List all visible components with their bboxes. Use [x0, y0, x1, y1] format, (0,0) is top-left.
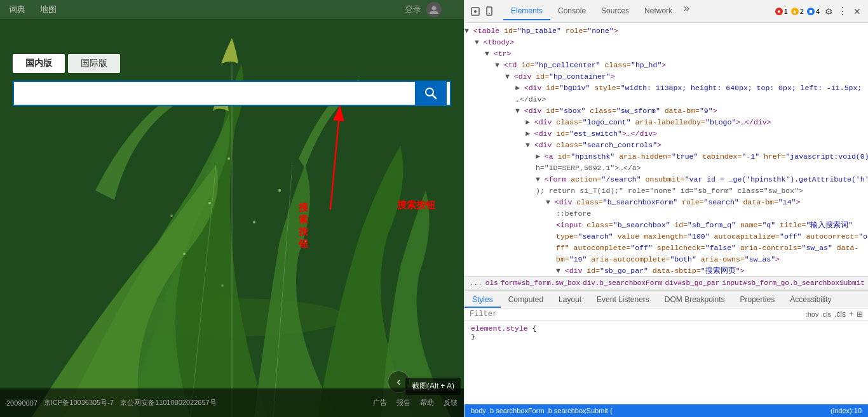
device-icon[interactable] [484, 6, 495, 17]
breadcrumb-input[interactable]: input#sb_form_go.b_searchboxSubmit [722, 279, 864, 287]
search-bar [13, 81, 451, 106]
bt-tab-accessibility[interactable]: Accessibility [782, 293, 839, 308]
cursor-icon [470, 6, 480, 17]
info-badge[interactable]: ■ 4 [807, 8, 820, 15]
error-badge[interactable]: ● 1 [775, 8, 788, 15]
error-count: 1 [784, 8, 788, 15]
html-line-16[interactable]: <input class="b_searchbox" id="sb_form_q… [465, 220, 868, 231]
expand-arrow-1[interactable]: ▼ [465, 27, 469, 35]
html-line-17[interactable]: ▼ <div id="sb_go_par" data-sbtip="搜索网页"> [465, 265, 868, 276]
close-icon[interactable]: ✕ [851, 6, 863, 17]
style-rule-close: } [471, 333, 862, 341]
settings-icon[interactable]: ⚙ [823, 6, 834, 17]
html-line-12[interactable]: ► <a id="hpinsthk" aria-hidden="true" ta… [465, 151, 868, 162]
svg-point-5 [208, 202, 211, 204]
search-button[interactable] [415, 82, 447, 105]
html-line-13b[interactable]: ); return si_T(id);" role="none" id="sb_… [465, 185, 868, 197]
html-line-16c[interactable]: ff" autocomplete="off" spellcheck="false… [465, 242, 868, 254]
cls-icon[interactable]: .cls [834, 310, 846, 319]
html-line-16d[interactable]: bm="19" aria-autocomplete="both" aria-ow… [465, 254, 868, 265]
login-area: 登录 [405, 2, 442, 17]
more-tabs-button[interactable]: » [680, 3, 693, 20]
bt-tab-event-listeners[interactable]: Event Listeners [589, 293, 657, 308]
footer-link-help[interactable]: 帮助 [420, 398, 434, 407]
search-icon [424, 87, 437, 100]
more-options-button[interactable]: ⋮ [837, 5, 848, 17]
html-line-12b[interactable]: h="ID=SERP,5092.1">…</a> [465, 162, 868, 174]
user-icon [429, 4, 439, 15]
html-line-16b[interactable]: type="search" value maxlength="100" auto… [465, 231, 868, 242]
tab-domestic[interactable]: 国内版 [13, 54, 65, 73]
tab-elements[interactable]: Elements [503, 3, 550, 20]
browser-page: 词典 地图 登录 国内版 国际版 ‹ 截图(Alt [0, 0, 464, 417]
html-line-9[interactable]: ► <div class="logo_cont" aria-labelledby… [465, 117, 868, 128]
status-bar: body .b searchboxForm .b searchboxSubmit… [465, 404, 868, 417]
footer-copyright: 20090007 [6, 399, 37, 407]
breadcrumb-div-b[interactable]: div.b_searchboxForm [583, 279, 662, 287]
bt-tab-dom-breakpoints[interactable]: DOM Breakpoints [657, 293, 733, 308]
info-count: 4 [816, 8, 820, 15]
svg-point-9 [278, 189, 281, 192]
tab-sources[interactable]: Sources [593, 3, 637, 20]
footer-link-feedback[interactable]: 反馈 [444, 398, 458, 407]
breadcrumb-div-sb[interactable]: div#sb_go_par [665, 279, 719, 287]
tab-international[interactable]: 国际版 [68, 54, 120, 73]
tab-console[interactable]: Console [550, 3, 593, 20]
footer-links: 广告 报告 帮助 反馈 [373, 398, 458, 407]
tab-network[interactable]: Network [637, 3, 680, 20]
footer: 20090007 京ICP备10036305号-7 京公网安备110108020… [0, 388, 464, 417]
inspect-icon[interactable] [470, 6, 481, 17]
login-button[interactable]: 登录 [405, 4, 421, 15]
svg-point-12 [221, 284, 224, 287]
add-style-icon[interactable]: + [849, 310, 853, 319]
breadcrumb-bar: ... ols form#sb_form.sw_box div.b_search… [465, 276, 868, 290]
warning-count: 2 [800, 8, 804, 15]
html-line-14[interactable]: ▼ <div class="b_searchboxForm" role="sea… [465, 197, 868, 208]
style-rule-1: element.style { [471, 324, 862, 333]
bottom-panel: Styles Computed Layout Event Listeners D… [465, 290, 868, 404]
bt-tab-layout[interactable]: Layout [551, 293, 589, 308]
html-line-11[interactable]: ▼ <div class="search_controls"> [465, 140, 868, 151]
user-avatar[interactable] [426, 2, 442, 17]
html-line-10[interactable]: ► <div id="est_switch">…</div> [465, 128, 868, 140]
html-line-4[interactable]: ▼ <td id="hp_cellCenter" class="hp_hd"> [465, 60, 868, 71]
warning-badge[interactable]: ▲ 2 [791, 8, 804, 15]
devtools-panel: Elements Console Sources Network » ● 1 ▲… [464, 0, 868, 417]
top-navigation: 词典 地图 [0, 0, 464, 19]
html-line-2[interactable]: ▼ <tbody> [465, 37, 868, 48]
info-dot: ■ [807, 8, 815, 15]
html-line-1[interactable]: ▼ <table id="hp_table" role="none"> [465, 25, 868, 37]
html-line-13[interactable]: ▼ <form action="/search" onsubmit="var i… [465, 174, 868, 185]
bt-tab-styles[interactable]: Styles [465, 293, 501, 308]
svg-point-13 [432, 6, 437, 11]
html-line-6[interactable]: ► <div id="bgDiv" style="width: 1138px; … [465, 83, 868, 94]
search-input[interactable] [20, 88, 415, 99]
html-line-3[interactable]: ▼ <tr> [465, 48, 868, 60]
bt-tab-computed[interactable]: Computed [501, 293, 551, 308]
tab-buttons: 国内版 国际版 [13, 54, 451, 73]
footer-link-ad[interactable]: 广告 [373, 398, 387, 407]
svg-point-8 [183, 253, 186, 255]
svg-point-20 [474, 10, 477, 13]
filter-input[interactable] [470, 310, 803, 319]
nav-item-map[interactable]: 地图 [37, 3, 59, 17]
html-line-8[interactable]: ▼ <div id="sbox" class="sw_sform" data-b… [465, 105, 868, 117]
devtools-icons [470, 6, 495, 17]
html-line-15[interactable]: ::before [465, 208, 868, 220]
filter-bar: :hov .cls .cls + ⊞ [465, 308, 868, 321]
search-section: 国内版 国际版 [13, 54, 451, 106]
devtools-toolbar: Elements Console Sources Network » ● 1 ▲… [465, 0, 868, 23]
html-line-7[interactable]: …</div> [465, 94, 868, 105]
html-line-5[interactable]: ▼ <div id="hp_container"> [465, 71, 868, 83]
warning-dot: ▲ [791, 8, 799, 15]
breadcrumb-ols[interactable]: ols [485, 279, 498, 287]
footer-link-report[interactable]: 报告 [397, 398, 410, 407]
breadcrumb-form[interactable]: form#sb_form.sw_box [501, 279, 580, 287]
collapse-icon[interactable]: ⊞ [857, 310, 863, 319]
console-location: (index):10 [831, 407, 862, 414]
html-tree[interactable]: ▼ <table id="hp_table" role="none"> ▼ <t… [465, 23, 868, 276]
bt-tab-properties[interactable]: Properties [733, 293, 783, 308]
svg-point-6 [227, 157, 230, 160]
nav-item-dictionary[interactable]: 词典 [6, 3, 28, 17]
footer-police: 京公网安备11010802022657号 [120, 398, 217, 407]
